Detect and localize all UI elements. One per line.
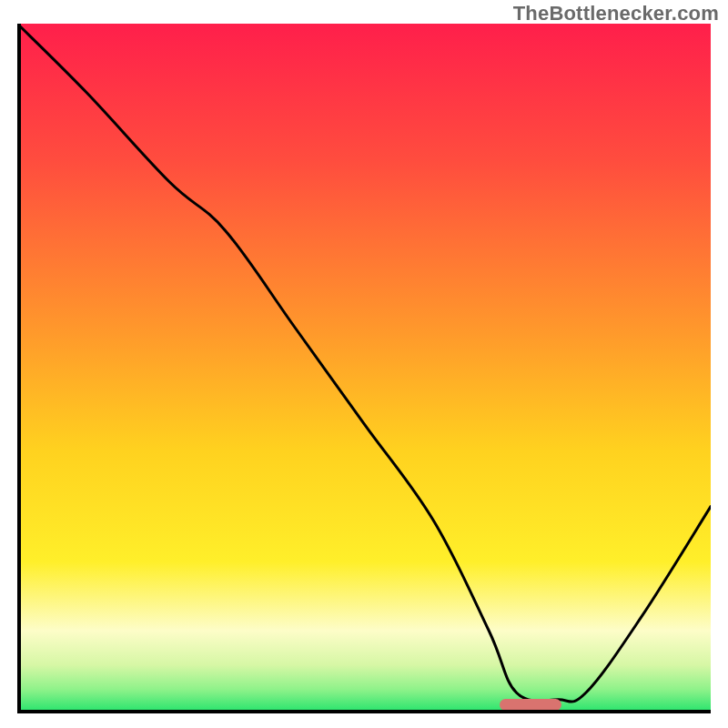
gradient-background <box>17 24 711 713</box>
x-axis-line <box>17 710 711 713</box>
watermark-text: TheBottlenecker.com <box>513 2 719 25</box>
y-axis-line <box>17 24 21 713</box>
plot-area <box>17 24 711 713</box>
plot-svg <box>17 24 711 713</box>
chart-viewport: TheBottlenecker.com <box>0 0 728 728</box>
